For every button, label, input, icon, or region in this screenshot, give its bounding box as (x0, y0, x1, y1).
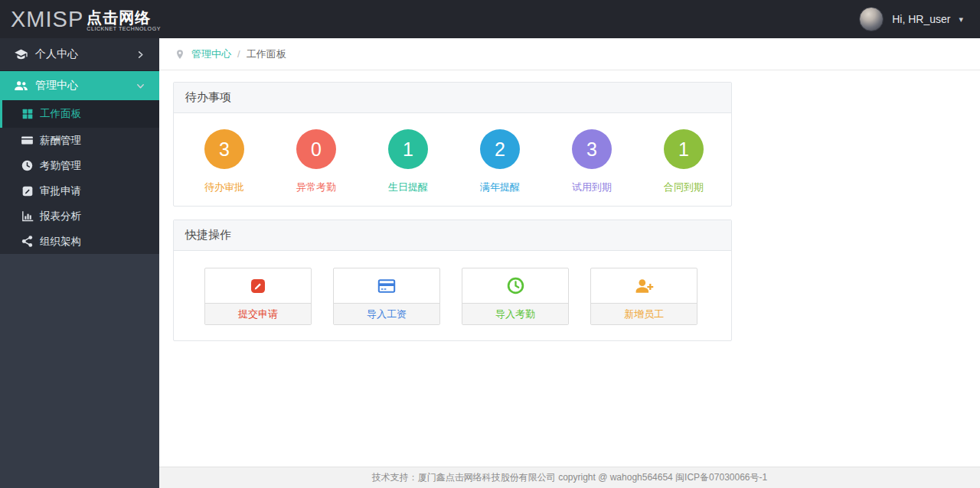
sidebar: 个人中心 管理中心 工作面板 (0, 38, 159, 488)
todo-item-probation-expiry[interactable]: 3 试用到期 (546, 129, 638, 194)
breadcrumb-separator: / (237, 48, 240, 60)
count-badge: 1 (664, 129, 704, 169)
sidebar-item-label: 管理中心 (35, 79, 136, 93)
sidebar-item-label: 组织架构 (40, 235, 81, 249)
clock-icon (462, 268, 568, 303)
bar-chart-icon (21, 210, 34, 223)
quick-action-add-employee[interactable]: 新增员工 (590, 268, 697, 325)
quick-action-label: 导入工资 (334, 303, 439, 324)
todo-item-label: 生日提醒 (362, 181, 454, 194)
sidebar-item-admin-center[interactable]: 管理中心 (0, 71, 159, 100)
credit-card-icon (21, 134, 34, 147)
sidebar-item-payroll[interactable]: 薪酬管理 (0, 128, 159, 153)
user-plus-icon (591, 268, 697, 303)
quick-actions-panel: 快捷操作 提交申请 导入工资 (173, 220, 732, 341)
sidebar-item-label: 工作面板 (40, 107, 81, 121)
chevron-right-icon (136, 50, 145, 59)
sidebar-submenu: 工作面板 薪酬管理 考勤管理 审批申请 (0, 100, 159, 254)
todo-item-birthday-reminder[interactable]: 1 生日提醒 (362, 129, 454, 194)
todo-item-label: 待办审批 (178, 181, 270, 194)
quick-action-submit-request[interactable]: 提交申请 (204, 268, 312, 325)
logo-text-en: XMISP (11, 7, 83, 32)
quick-action-import-attendance[interactable]: 导入考勤 (462, 268, 569, 325)
sidebar-item-attendance[interactable]: 考勤管理 (0, 153, 159, 178)
top-header: XMISP 点击网络 CLICKNET TECHNOLOGY Hi, HR_us… (0, 0, 980, 38)
breadcrumb: 管理中心 / 工作面板 (159, 38, 980, 70)
sidebar-item-reports[interactable]: 报表分析 (0, 203, 159, 229)
credit-card-icon (334, 268, 439, 303)
breadcrumb-current: 工作面板 (247, 47, 286, 61)
content-area: 待办事项 3 待办审批 0 异常考勤 1 生日提醒 (159, 70, 980, 467)
quick-action-label: 导入考勤 (462, 303, 568, 324)
footer-text: 技术支持：厦门鑫点击网络科技股份有限公司 copyright @ wahogh5… (372, 472, 767, 483)
pencil-square-icon (21, 184, 34, 197)
todo-item-label: 满年提醒 (454, 181, 546, 194)
sidebar-item-label: 审批申请 (40, 184, 81, 198)
quick-actions-list: 提交申请 导入工资 导入考勤 (174, 251, 731, 340)
user-greeting: Hi, HR_user (892, 13, 950, 25)
sidebar-item-dashboard[interactable]: 工作面板 (0, 100, 159, 128)
sidebar-item-label: 个人中心 (35, 47, 136, 61)
chevron-down-icon (136, 81, 145, 90)
location-pin-icon (175, 49, 185, 60)
todo-item-attendance-anomaly[interactable]: 0 异常考勤 (270, 129, 362, 194)
sidebar-item-label: 薪酬管理 (40, 134, 81, 148)
todo-item-contract-expiry[interactable]: 1 合同到期 (638, 129, 730, 194)
quick-action-label: 新增员工 (591, 303, 697, 324)
count-badge: 1 (388, 129, 428, 169)
panel-title: 待办事项 (174, 83, 731, 113)
todo-item-label: 异常考勤 (270, 181, 362, 194)
users-icon (14, 79, 28, 93)
sidebar-item-personal-center[interactable]: 个人中心 (0, 38, 159, 71)
quick-action-label: 提交申请 (205, 303, 311, 324)
panel-title: 快捷操作 (174, 220, 731, 251)
count-badge: 3 (204, 129, 244, 169)
todo-item-pending-approvals[interactable]: 3 待办审批 (178, 129, 270, 194)
user-menu[interactable]: Hi, HR_user ▾ (859, 7, 963, 31)
org-nodes-icon (21, 235, 34, 248)
logo-subtitle: CLICKNET TECHNOLOGY (87, 26, 161, 31)
chevron-down-icon: ▾ (959, 15, 963, 24)
todo-item-anniversary-reminder[interactable]: 2 满年提醒 (454, 129, 546, 194)
sidebar-item-label: 报表分析 (40, 210, 81, 223)
todo-item-label: 试用到期 (546, 181, 638, 194)
todo-list: 3 待办审批 0 异常考勤 1 生日提醒 2 满年提醒 (174, 113, 731, 206)
sidebar-item-approvals[interactable]: 审批申请 (0, 178, 159, 203)
todo-panel: 待办事项 3 待办审批 0 异常考勤 1 生日提醒 (173, 82, 732, 207)
sidebar-item-organization[interactable]: 组织架构 (0, 229, 159, 254)
grid-icon (21, 108, 34, 121)
logo: XMISP 点击网络 CLICKNET TECHNOLOGY (11, 7, 161, 32)
main-area: 管理中心 / 工作面板 待办事项 3 待办审批 0 异常考勤 (159, 38, 980, 488)
count-badge: 3 (572, 129, 612, 169)
pencil-square-icon (205, 268, 311, 303)
count-badge: 0 (296, 129, 336, 169)
footer: 技术支持：厦门鑫点击网络科技股份有限公司 copyright @ wahogh5… (159, 467, 980, 488)
count-badge: 2 (480, 129, 520, 169)
clock-icon (21, 159, 34, 172)
sidebar-item-label: 考勤管理 (40, 159, 81, 173)
avatar (859, 7, 884, 31)
breadcrumb-parent-link[interactable]: 管理中心 (191, 47, 231, 61)
logo-text-cn: 点击网络 (87, 10, 161, 26)
quick-action-import-payroll[interactable]: 导入工资 (333, 268, 440, 325)
todo-item-label: 合同到期 (638, 181, 730, 194)
app-window: XMISP 点击网络 CLICKNET TECHNOLOGY Hi, HR_us… (0, 0, 980, 488)
graduation-cap-icon (14, 47, 28, 62)
